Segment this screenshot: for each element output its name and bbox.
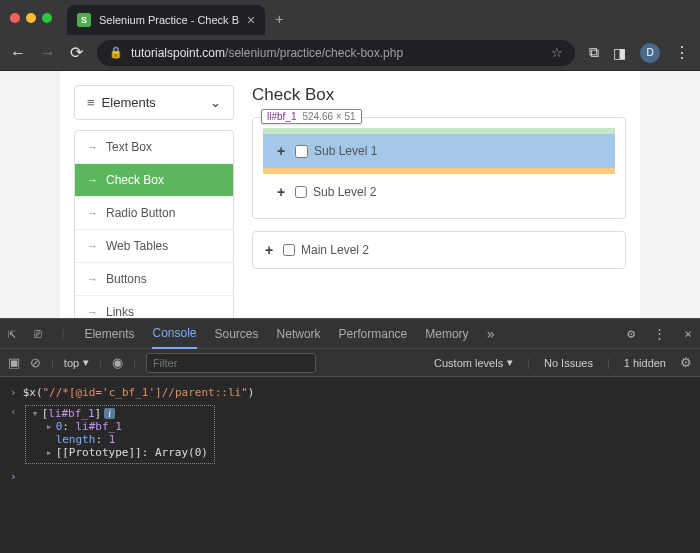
inspect-tooltip: li#bf_1 524.66 × 51 — [261, 109, 362, 124]
checkbox-mainlevel-2[interactable] — [283, 244, 295, 256]
url-domain: tutorialspoint.com — [131, 46, 225, 60]
issues-badge[interactable]: No Issues — [544, 357, 593, 369]
browser-tab[interactable]: S Selenium Practice - Check B × — [67, 5, 265, 35]
tree-row-sublevel-2[interactable]: + Sub Level 2 — [263, 176, 615, 208]
tree-row-sublevel-1[interactable]: + Sub Level 1 — [263, 128, 615, 174]
sidebar-item-label: Links — [106, 305, 134, 318]
sidebar-item-label: Buttons — [106, 272, 147, 286]
browser-toolbar: ← → ⟳ 🔒 tutorialspoint.com/selenium/prac… — [0, 35, 700, 71]
back-button[interactable]: ← — [10, 44, 26, 62]
profile-avatar[interactable]: D — [640, 43, 660, 63]
close-window-button[interactable] — [10, 13, 20, 23]
info-badge-icon[interactable]: i — [104, 408, 115, 419]
sidebar-list: →Text Box →Check Box →Radio Button →Web … — [74, 130, 234, 318]
devtools-tabbar: ⇱ ⎚ | Elements Console Sources Network P… — [0, 319, 700, 349]
sidebar-item-radio-button[interactable]: →Radio Button — [75, 197, 233, 230]
tab-sources[interactable]: Sources — [215, 320, 259, 348]
tree-box-1: li#bf_1 524.66 × 51 + Sub Level 1 + Sub … — [252, 117, 626, 219]
sidebar-item-text-box[interactable]: →Text Box — [75, 131, 233, 164]
sidebar-header-label: Elements — [102, 95, 156, 110]
reload-button[interactable]: ⟳ — [70, 43, 83, 62]
chevron-down-icon: ▾ — [507, 356, 513, 369]
page-title: Check Box — [252, 85, 626, 105]
inspect-element-icon[interactable]: ⇱ — [8, 326, 16, 341]
tab-network[interactable]: Network — [277, 320, 321, 348]
checkbox-sublevel-1[interactable] — [295, 145, 308, 158]
tab-title: Selenium Practice - Check B — [99, 14, 239, 26]
browser-menu-button[interactable]: ⋮ — [674, 43, 690, 62]
console-result-line: ‹ ▾[li#bf_1]i ▸0: li#bf_1 length: 1 ▸[[P… — [10, 402, 690, 467]
tree-box-2: + Main Level 2 — [252, 231, 626, 269]
window-controls — [10, 13, 52, 23]
tab-elements[interactable]: Elements — [84, 320, 134, 348]
eye-icon[interactable]: ◉ — [112, 355, 123, 370]
minimize-window-button[interactable] — [26, 13, 36, 23]
sidebar-item-buttons[interactable]: →Buttons — [75, 263, 233, 296]
address-bar[interactable]: 🔒 tutorialspoint.com/selenium/practice/c… — [97, 40, 575, 66]
execution-context[interactable]: top ▾ — [64, 356, 89, 369]
arrow-right-icon: → — [87, 306, 98, 318]
prompt-icon: › — [10, 386, 17, 399]
arrow-right-icon: → — [87, 273, 98, 285]
extensions-icon[interactable]: ⧉ — [589, 44, 599, 61]
tree-row-mainlevel-2[interactable]: + Main Level 2 — [265, 242, 613, 258]
forward-button[interactable]: → — [40, 44, 56, 62]
clear-console-icon[interactable]: ⊘ — [30, 355, 41, 370]
tab-close-icon[interactable]: × — [247, 12, 255, 28]
tree-label: Sub Level 1 — [314, 144, 377, 158]
result-object[interactable]: ▾[li#bf_1]i ▸0: li#bf_1 length: 1 ▸[[Pro… — [25, 405, 215, 464]
sidepanel-icon[interactable]: ◨ — [613, 45, 626, 61]
tree-label: Sub Level 2 — [313, 185, 376, 199]
triangle-icon[interactable]: ▸ — [46, 446, 56, 459]
arrow-right-icon: → — [87, 240, 98, 252]
main-panel: Check Box li#bf_1 524.66 × 51 + Sub Leve… — [252, 85, 626, 304]
sidebar-item-check-box[interactable]: →Check Box — [75, 164, 233, 197]
console-input-line: › $x("//*[@id='c_bf_1']//parent::li") — [10, 383, 690, 402]
expand-icon[interactable]: + — [277, 143, 289, 159]
sidebar-item-label: Web Tables — [106, 239, 168, 253]
triangle-icon[interactable]: ▾ — [32, 407, 42, 420]
console-settings-gear-icon[interactable]: ⚙ — [680, 355, 692, 370]
sidebar-item-links[interactable]: →Links — [75, 296, 233, 318]
sidebar: ≡Elements ⌄ →Text Box →Check Box →Radio … — [74, 85, 234, 304]
devtools-menu-icon[interactable]: ⋮ — [653, 326, 666, 341]
url-path: /selenium/practice/check-box.php — [225, 46, 403, 60]
sidebar-item-label: Text Box — [106, 140, 152, 154]
arrow-right-icon: → — [87, 207, 98, 219]
new-tab-button[interactable]: + — [275, 11, 283, 27]
console-toolbar: ▣ ⊘ | top ▾ | ◉ | Custom levels ▾ | No I… — [0, 349, 700, 377]
console-sidebar-icon[interactable]: ▣ — [8, 355, 20, 370]
lock-icon: 🔒 — [109, 46, 123, 59]
chevron-down-icon: ▾ — [83, 356, 89, 369]
expand-icon[interactable]: + — [265, 242, 277, 258]
devtools-close-icon[interactable]: × — [684, 326, 692, 341]
arrow-right-icon: → — [87, 174, 98, 186]
chevron-down-icon: ⌄ — [210, 95, 221, 110]
console-prompt[interactable]: › — [10, 467, 690, 486]
arrow-right-icon: → — [87, 141, 98, 153]
device-toolbar-icon[interactable]: ⎚ — [34, 326, 42, 341]
tab-performance[interactable]: Performance — [339, 320, 408, 348]
inspect-dimensions: 524.66 × 51 — [302, 111, 355, 122]
settings-gear-icon[interactable]: ⚙ — [627, 326, 635, 341]
maximize-window-button[interactable] — [42, 13, 52, 23]
titlebar: S Selenium Practice - Check B × + — [0, 0, 700, 35]
console-filter-input[interactable] — [146, 353, 316, 373]
checkbox-sublevel-2[interactable] — [295, 186, 307, 198]
return-icon: ‹ — [10, 405, 17, 418]
devtools: ⇱ ⎚ | Elements Console Sources Network P… — [0, 318, 700, 553]
bookmark-star-icon[interactable]: ☆ — [551, 45, 563, 60]
hamburger-icon: ≡ — [87, 95, 96, 110]
tab-memory[interactable]: Memory — [425, 320, 468, 348]
inspect-selector: li#bf_1 — [267, 111, 296, 122]
tab-console[interactable]: Console — [152, 319, 196, 349]
more-tabs-icon[interactable]: » — [487, 326, 495, 342]
hidden-count[interactable]: 1 hidden — [624, 357, 666, 369]
sidebar-header[interactable]: ≡Elements ⌄ — [74, 85, 234, 120]
log-levels-dropdown[interactable]: Custom levels ▾ — [434, 356, 513, 369]
expand-icon[interactable]: + — [277, 184, 289, 200]
sidebar-item-label: Check Box — [106, 173, 164, 187]
sidebar-item-web-tables[interactable]: →Web Tables — [75, 230, 233, 263]
triangle-icon[interactable]: ▸ — [46, 420, 56, 433]
sidebar-item-label: Radio Button — [106, 206, 175, 220]
